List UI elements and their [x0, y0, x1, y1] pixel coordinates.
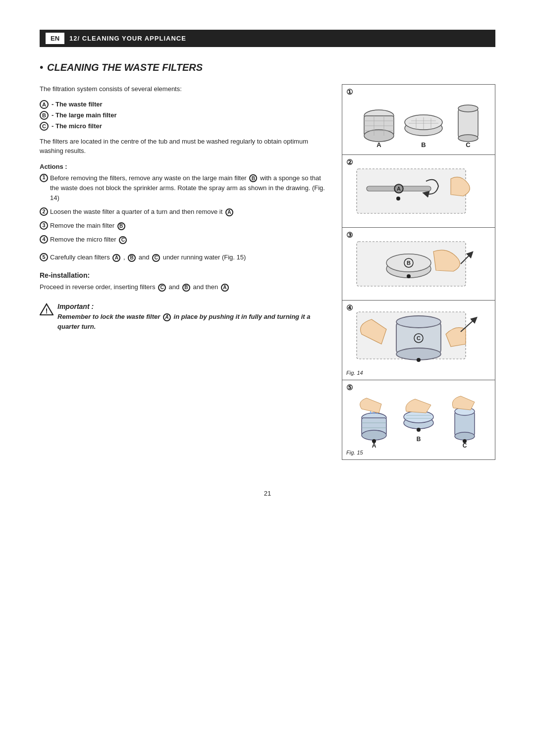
filter-item-c: C - The micro filter [40, 122, 327, 131]
reinstall-title: Re-installation: [40, 271, 327, 279]
fig14-caption: Fig. 14 [346, 370, 491, 376]
step-1-text: Before removing the filters, remove any … [50, 173, 327, 203]
filter-a-text: - The waste filter [52, 101, 103, 108]
fig5-number: ⑤ [346, 383, 353, 392]
page-number: 21 [40, 490, 495, 497]
step-3: 3 Remove the main filter B [40, 221, 327, 231]
important-title: Important : [57, 302, 327, 312]
svg-text:A: A [397, 186, 401, 192]
figure-3: ③ B [342, 228, 495, 301]
filter-item-a: A - The waste filter [40, 100, 327, 109]
fig2-content: A [346, 159, 491, 223]
svg-text:C: C [466, 141, 471, 149]
section-heading: 12/ CLEANING YOUR APPLIANCE [69, 35, 186, 42]
svg-text:B: B [407, 260, 411, 266]
svg-point-18 [458, 105, 478, 112]
actions-label: Actions : [40, 163, 327, 170]
fig3-number: ③ [346, 231, 353, 240]
fig1-number: ① [346, 88, 353, 97]
filter-list: A - The waste filter B - The large main … [40, 100, 327, 131]
label-b: B [40, 111, 49, 120]
important-text: Important : Remember to lock the waste f… [57, 302, 327, 332]
step-1-circle: 1 [40, 174, 48, 182]
fig2-svg: A [352, 159, 485, 223]
fig15-caption: Fig. 15 [346, 450, 491, 455]
figure-5: ⑤ [342, 380, 495, 460]
fig4-svg: C [352, 304, 485, 369]
svg-point-56 [404, 411, 433, 423]
page: EN 12/ CLEANING YOUR APPLIANCE •CLEANING… [0, 0, 535, 756]
filter-b-text: - The large main filter [52, 111, 116, 119]
step-5: 5 Carefully clean filters A , B and C un… [40, 252, 327, 262]
step-2-text: Loosen the waste filter a quarter of a t… [50, 207, 327, 217]
fig3-svg: B [352, 232, 485, 296]
main-content: The filtration system consists of severa… [40, 84, 495, 460]
right-column: ① [342, 84, 495, 460]
svg-point-19 [458, 135, 478, 142]
step-4-text: Remove the micro filter C [50, 235, 327, 245]
svg-point-39 [396, 316, 441, 328]
left-column: The filtration system consists of severa… [40, 84, 327, 460]
step-3-text: Remove the main filter B [50, 221, 327, 231]
step-4: 4 Remove the micro filter C [40, 235, 327, 245]
step-1: 1 Before removing the filters, remove an… [40, 173, 327, 203]
fig5-svg: A [352, 384, 485, 449]
label-a: A [40, 100, 49, 109]
fig1-content: A B C [346, 89, 491, 151]
label-c: C [40, 122, 49, 131]
figure-4: ④ C [342, 301, 495, 380]
step-2: 2 Loosen the waste filter a quarter of a… [40, 207, 327, 217]
location-text: The filters are located in the centre of… [40, 137, 327, 156]
svg-point-4 [364, 130, 394, 142]
svg-text:A: A [372, 442, 376, 449]
figure-2: ② [342, 155, 495, 228]
svg-point-29 [396, 197, 400, 201]
svg-point-47 [362, 430, 386, 440]
svg-text:B: B [417, 436, 421, 443]
svg-rect-17 [458, 108, 478, 138]
important-box: ! Important : Remember to lock the waste… [40, 302, 327, 332]
svg-point-62 [417, 428, 421, 432]
svg-text:C: C [417, 335, 421, 341]
fig4-number: ④ [346, 303, 353, 312]
fig5-content: A [346, 384, 491, 449]
svg-point-35 [407, 274, 411, 278]
en-badge: EN [46, 33, 64, 44]
header-bar: EN 12/ CLEANING YOUR APPLIANCE [40, 30, 495, 47]
fig4-content: C [346, 304, 491, 369]
filter-item-b: B - The large main filter [40, 111, 327, 120]
reinstall-text: Proceed in reverse order, inserting filt… [40, 282, 327, 292]
svg-text:B: B [421, 141, 426, 149]
svg-text:A: A [376, 141, 381, 149]
page-title: •CLEANING THE WASTE FILTERS [40, 62, 495, 73]
intro-text: The filtration system consists of severa… [40, 84, 327, 94]
step-4-circle: 4 [40, 235, 48, 244]
figure-1: ① [342, 84, 495, 155]
step-3-circle: 3 [40, 221, 48, 230]
fig3-content: B [346, 232, 491, 296]
svg-point-43 [417, 358, 421, 362]
fig1-svg: A B C [352, 94, 485, 151]
step-5-circle: 5 [40, 253, 48, 261]
warning-icon: ! [40, 302, 54, 316]
fig2-number: ② [346, 158, 353, 167]
svg-text:C: C [463, 442, 467, 449]
filter-c-text: - The micro filter [52, 122, 102, 130]
important-body: Remember to lock the waste filter A in p… [57, 312, 327, 332]
step-5-text: Carefully clean filters A , B and C unde… [50, 252, 327, 262]
step-2-circle: 2 [40, 207, 48, 216]
svg-point-66 [455, 432, 475, 440]
svg-text:!: ! [46, 307, 48, 315]
